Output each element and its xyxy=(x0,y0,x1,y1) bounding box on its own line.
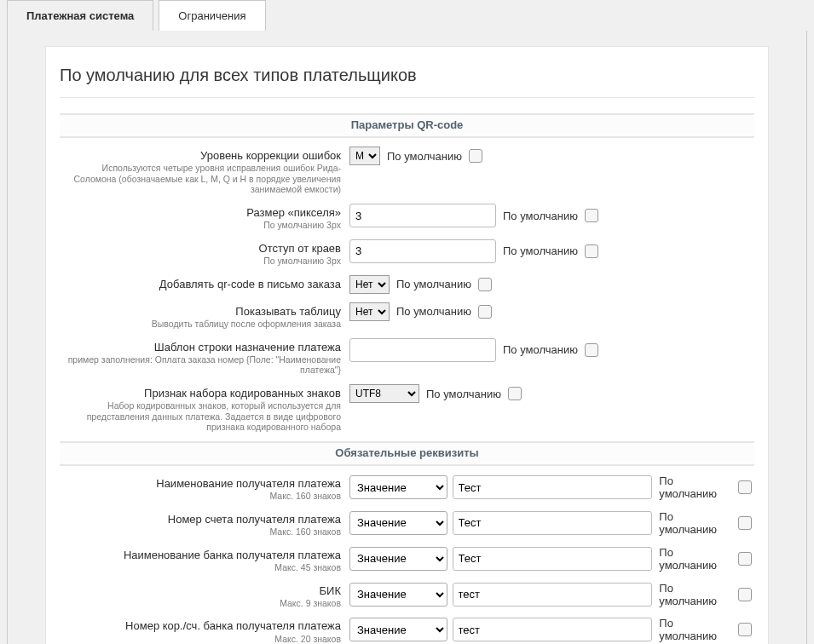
input-template[interactable] xyxy=(349,338,496,362)
label-add-qr: Добавлять qr-code в письмо заказа xyxy=(60,278,341,291)
content: По умолчанию для всех типов плательщиков… xyxy=(45,46,769,644)
default-checkbox-add-qr[interactable] xyxy=(478,278,492,291)
default-label-bank-name: По умолчанию xyxy=(659,546,731,572)
default-checkbox-payee-account[interactable] xyxy=(738,516,752,530)
input-payee-account[interactable] xyxy=(453,511,653,535)
default-checkbox-payee-name[interactable] xyxy=(738,480,752,494)
label-template: Шаблон строки назначение платежа xyxy=(60,341,341,354)
row-bik: БИК Макс. 9 знаков Значение По умолчанию xyxy=(60,582,754,609)
input-margin[interactable] xyxy=(349,239,496,263)
label-show-table: Показывать таблицу xyxy=(60,305,341,319)
default-checkbox-pixel-size[interactable] xyxy=(585,209,598,222)
default-checkbox-bank-name[interactable] xyxy=(738,552,752,566)
select-payee-account-type[interactable]: Значение xyxy=(349,511,447,535)
row-show-table: Показывать таблицу Выводить таблицу посл… xyxy=(60,302,754,330)
hint-payee-account: Макс. 160 знаков xyxy=(60,526,341,538)
input-bank-name[interactable] xyxy=(453,547,653,571)
default-checkbox-margin[interactable] xyxy=(585,244,598,258)
page-title: По умолчанию для всех типов плательщиков xyxy=(46,66,768,85)
row-template: Шаблон строки назначение платежа пример … xyxy=(60,338,754,376)
select-payee-name-type[interactable]: Значение xyxy=(349,475,447,499)
row-payee-account: Номер счета получателя платежа Макс. 160… xyxy=(60,510,754,538)
label-ecc-hint: Используются четыре уровня исправления о… xyxy=(60,163,341,195)
tab-restrictions[interactable]: Ограничения xyxy=(159,0,265,31)
default-label-template: По умолчанию xyxy=(503,343,578,356)
select-add-qr[interactable]: Нет xyxy=(349,275,390,294)
hint-margin: По умолчанию 3px xyxy=(60,256,341,267)
default-label-payee-name: По умолчанию xyxy=(659,474,731,500)
label-bank-name: Наименование банка получателя платежа xyxy=(60,549,341,562)
hint-show-table: Выводить таблицу после оформления заказа xyxy=(60,319,341,330)
default-checkbox-template[interactable] xyxy=(585,343,598,357)
default-label-ecc: По умолчанию xyxy=(387,150,462,163)
default-label-corr-account: По умолчанию xyxy=(659,617,731,642)
label-margin: Отступ от краев xyxy=(60,242,341,256)
default-checkbox-corr-account[interactable] xyxy=(738,623,752,636)
row-margin: Отступ от краев По умолчанию 3px По умол… xyxy=(60,239,754,267)
content-wrap: По умолчанию для всех типов плательщиков… xyxy=(7,31,807,644)
row-charset: Признак набора кодированных знаков Набор… xyxy=(60,384,754,433)
hint-corr-account: Макс. 20 знаков xyxy=(60,634,341,644)
default-checkbox-bik[interactable] xyxy=(738,588,752,601)
select-corr-account-type[interactable]: Значение xyxy=(349,618,447,641)
input-bik[interactable] xyxy=(453,583,653,607)
default-label-charset: По умолчанию xyxy=(426,388,501,400)
hint-pixel-size: По умолчанию 3px xyxy=(60,220,341,231)
row-payee-name: Наименование получателя платежа Макс. 16… xyxy=(60,474,754,502)
tab-payment-system[interactable]: Платежная система xyxy=(7,0,153,31)
label-corr-account: Номер кор./сч. банка получателя платежа xyxy=(60,619,341,633)
select-bik-type[interactable]: Значение xyxy=(349,583,447,607)
select-show-table[interactable]: Нет xyxy=(349,302,390,321)
default-checkbox-charset[interactable] xyxy=(508,387,522,400)
label-ecc-main: Уровень коррекции ошибок xyxy=(60,149,341,163)
default-label-pixel-size: По умолчанию xyxy=(503,210,578,222)
input-corr-account[interactable] xyxy=(453,618,653,641)
default-checkbox-ecc[interactable] xyxy=(469,149,482,163)
select-ecc[interactable]: M xyxy=(349,147,380,165)
hint-bank-name: Макс. 45 знаков xyxy=(60,562,341,573)
default-label-payee-account: По умолчанию xyxy=(659,510,731,536)
label-payee-name: Наименование получателя платежа xyxy=(60,477,341,491)
section-qr-title: Параметры QR-code xyxy=(60,113,754,138)
row-bank-name: Наименование банка получателя платежа Ма… xyxy=(60,546,754,573)
default-checkbox-show-table[interactable] xyxy=(478,305,492,319)
hint-template: пример заполнения: Оплата заказа номер {… xyxy=(60,354,341,376)
input-pixel-size[interactable] xyxy=(349,204,496,227)
label-payee-account: Номер счета получателя платежа xyxy=(60,513,341,526)
section-required-title: Обязательные реквизиты xyxy=(60,441,754,466)
tabs: Платежная система Ограничения xyxy=(7,0,807,31)
row-ecc: Уровень коррекции ошибок Используются че… xyxy=(60,147,754,195)
default-label-add-qr: По умолчанию xyxy=(396,278,471,290)
label-ecc: Уровень коррекции ошибок Используются че… xyxy=(60,147,349,195)
hint-payee-name: Макс. 160 знаков xyxy=(60,491,341,502)
default-label-show-table: По умолчанию xyxy=(396,305,471,318)
default-label-bik: По умолчанию xyxy=(659,582,731,607)
select-charset[interactable]: UTF8 xyxy=(349,384,419,403)
row-add-qr: Добавлять qr-code в письмо заказа Нет По… xyxy=(60,275,754,294)
default-label-margin: По умолчанию xyxy=(503,244,578,257)
hint-bik: Макс. 9 знаков xyxy=(60,598,341,609)
divider xyxy=(60,97,754,98)
input-payee-name[interactable] xyxy=(453,475,653,499)
select-bank-name-type[interactable]: Значение xyxy=(349,547,447,571)
label-bik: БИК xyxy=(60,584,341,598)
hint-charset: Набор кодированных знаков, который испол… xyxy=(60,400,341,433)
row-corr-account: Номер кор./сч. банка получателя платежа … xyxy=(60,617,754,644)
label-pixel-size: Размер «пикселя» xyxy=(60,206,341,220)
label-charset: Признак набора кодированных знаков xyxy=(60,387,341,400)
row-pixel-size: Размер «пикселя» По умолчанию 3px По умо… xyxy=(60,204,754,231)
